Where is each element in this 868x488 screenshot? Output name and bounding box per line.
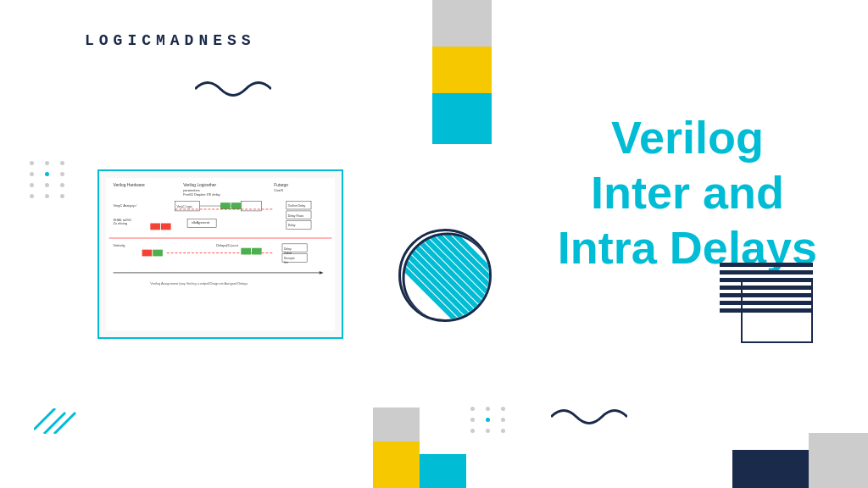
svg-text:Delay Flows: Delay Flows	[288, 214, 304, 218]
svg-text:Verloolg: Verloolg	[114, 243, 125, 247]
diagonal-lines-decoration	[34, 408, 85, 437]
dot	[30, 161, 34, 165]
color-block-yellow-bottom	[373, 441, 420, 488]
svg-text:Verilog Logicether: Verilog Logicether	[183, 183, 216, 187]
dot	[45, 172, 49, 176]
wavy-decoration-top	[195, 76, 271, 105]
svg-text:Delay: Delay	[284, 247, 292, 251]
color-block-navy-bottom-right	[732, 450, 809, 488]
dot	[486, 407, 490, 411]
striped-circle-decoration	[398, 229, 492, 322]
title-line2: Inter and	[591, 167, 784, 218]
svg-marker-41	[320, 271, 324, 274]
svg-text:parameters: parameters	[183, 188, 200, 192]
svg-rect-14	[161, 224, 171, 230]
svg-text:Delays(S-(cout: Delays(S-(cout	[216, 243, 239, 247]
main-title: Verilog Inter and Intra Delays	[558, 110, 817, 274]
dot	[60, 194, 64, 198]
svg-rect-12	[231, 202, 242, 209]
title-line1: Verilog	[611, 112, 764, 163]
stripe-line	[720, 263, 813, 267]
svg-text:clkAjpment: clkAjpment	[192, 220, 210, 225]
striped-circle-svg	[401, 231, 492, 322]
svg-text:Outline Delay: Outline Delay	[288, 204, 306, 208]
svg-text:Outline: Outline	[284, 252, 292, 255]
dot	[60, 161, 64, 165]
dot	[30, 194, 34, 198]
color-block-yellow-top	[432, 47, 492, 93]
svg-text:Verilog Assignment (say Verilo: Verilog Assignment (say Verilog o.onlpe0…	[150, 281, 248, 286]
dot	[470, 429, 475, 433]
dot	[45, 194, 49, 198]
dot	[60, 172, 64, 176]
diagram-container: Verilog Hardware Verilog Logicether para…	[97, 169, 343, 339]
svg-text:Zu elixing: Zu elixing	[114, 221, 128, 225]
stripe-line	[720, 270, 813, 274]
svg-text:Verilog Hardware: Verilog Hardware	[114, 183, 146, 187]
color-block-cyan-top	[432, 93, 492, 144]
dot	[501, 418, 505, 422]
dot	[470, 407, 475, 411]
wavy-decoration-bottom	[551, 404, 627, 433]
diagram-svg: Verilog Hardware Verilog Logicether para…	[106, 178, 335, 330]
svg-text:VergC Logic: VergC Logic	[176, 205, 192, 208]
dots-pattern-bottom	[470, 407, 509, 433]
dot	[45, 161, 49, 165]
dot	[486, 429, 490, 433]
svg-text:Disrupte: Disrupte	[284, 257, 295, 260]
rect-border	[741, 280, 813, 343]
dot	[501, 429, 505, 433]
svg-rect-29	[142, 250, 153, 257]
color-block-gray-bottom-right	[809, 433, 868, 488]
diagram-inner: Verilog Hardware Verilog Logicether para…	[106, 178, 335, 330]
svg-rect-33	[252, 248, 262, 255]
dots-pattern-left	[30, 161, 69, 198]
svg-text:Cira/S: Cira/S	[274, 188, 283, 192]
color-block-cyan-bottom	[420, 454, 466, 488]
dot	[501, 407, 505, 411]
svg-rect-30	[153, 250, 163, 257]
svg-rect-11	[220, 202, 231, 209]
diagonal-svg	[34, 408, 85, 434]
svg-line-58	[54, 413, 75, 434]
color-block-gray-top	[432, 0, 492, 47]
svg-text:Delay: Delay	[288, 224, 296, 227]
dot	[30, 172, 34, 176]
svg-text:Futargo: Futargo	[274, 183, 288, 187]
dot	[45, 183, 49, 187]
logo: LOGICMADNESS	[85, 32, 256, 49]
svg-text:Grtr: Grtr	[284, 261, 288, 264]
dot	[30, 183, 34, 187]
dot	[60, 183, 64, 187]
dot	[470, 418, 475, 422]
dot	[486, 418, 490, 422]
svg-text:Ferr00 Orapiter 0'E delay: Ferr00 Orapiter 0'E delay	[183, 192, 220, 197]
svg-text:VergC Assigny=': VergC Assigny='	[114, 203, 137, 208]
wavy-svg-bottom	[551, 404, 627, 430]
svg-rect-13	[150, 224, 160, 230]
svg-rect-32	[241, 248, 251, 255]
striped-rect-decoration	[720, 263, 813, 343]
